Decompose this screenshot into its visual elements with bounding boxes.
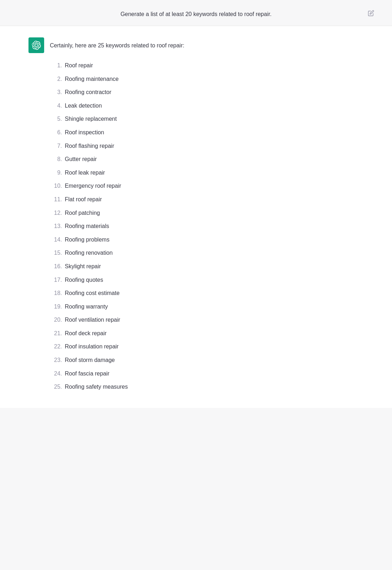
list-item: 14.Roofing problems [50, 233, 364, 247]
keyword-text: Roof leak repair [65, 168, 105, 177]
keyword-number: 20. [50, 315, 65, 325]
list-item: 24.Roof fascia repair [50, 367, 364, 380]
chatgpt-avatar [28, 37, 44, 53]
list-item: 23.Roof storm damage [50, 353, 364, 367]
list-item: 20.Roof ventilation repair [50, 313, 364, 327]
keyword-number: 25. [50, 382, 65, 392]
keyword-text: Flat roof repair [65, 195, 102, 204]
user-prompt-bar: Generate a list of at least 20 keywords … [0, 0, 392, 26]
keyword-text: Roofing warranty [65, 302, 108, 311]
openai-logo-icon [32, 41, 41, 50]
list-item: 2.Roofing maintenance [50, 72, 364, 86]
keywords-list: 1.Roof repair2.Roofing maintenance3.Roof… [28, 59, 364, 394]
list-item: 3.Roofing contractor [50, 86, 364, 99]
keyword-number: 1. [50, 61, 65, 70]
list-item: 9.Roof leak repair [50, 166, 364, 180]
list-item: 18.Roofing cost estimate [50, 286, 364, 300]
keyword-number: 10. [50, 181, 65, 191]
keyword-number: 18. [50, 289, 65, 298]
list-item: 11.Flat roof repair [50, 193, 364, 206]
list-item: 10.Emergency roof repair [50, 179, 364, 193]
keyword-number: 5. [50, 114, 65, 124]
keyword-text: Leak detection [65, 101, 102, 110]
keyword-text: Roof repair [65, 61, 93, 70]
list-item: 13.Roofing materials [50, 219, 364, 233]
keyword-number: 24. [50, 369, 65, 378]
keyword-text: Roof flashing repair [65, 141, 114, 151]
keyword-number: 23. [50, 356, 65, 365]
keyword-number: 7. [50, 141, 65, 151]
list-item: 1.Roof repair [50, 59, 364, 72]
keyword-text: Gutter repair [65, 155, 97, 164]
keyword-text: Roof fascia repair [65, 369, 109, 378]
keyword-text: Roofing quotes [65, 275, 103, 285]
user-prompt-text: Generate a list of at least 20 keywords … [120, 10, 271, 19]
list-item: 8.Gutter repair [50, 152, 364, 166]
list-item: 4.Leak detection [50, 99, 364, 113]
list-item: 22.Roof insulation repair [50, 340, 364, 353]
keyword-text: Roof storm damage [65, 356, 115, 365]
keyword-text: Skylight repair [65, 262, 101, 271]
keyword-text: Roof deck repair [65, 329, 106, 338]
response-area: Certainly, here are 25 keywords related … [0, 26, 392, 408]
keyword-text: Roofing maintenance [65, 74, 119, 84]
keyword-text: Roofing safety measures [65, 382, 128, 392]
keyword-number: 11. [50, 195, 65, 204]
keyword-number: 22. [50, 342, 65, 351]
keyword-number: 8. [50, 155, 65, 164]
list-item: 21.Roof deck repair [50, 327, 364, 340]
list-item: 25.Roofing safety measures [50, 380, 364, 394]
list-item: 15.Roofing renovation [50, 246, 364, 260]
keyword-text: Shingle replacement [65, 114, 117, 124]
keyword-text: Roof ventilation repair [65, 315, 120, 325]
list-item: 5.Shingle replacement [50, 112, 364, 126]
keyword-number: 9. [50, 168, 65, 177]
keyword-number: 3. [50, 88, 65, 97]
list-item: 19.Roofing warranty [50, 300, 364, 314]
keyword-text: Roof patching [65, 208, 100, 218]
keyword-number: 2. [50, 74, 65, 84]
list-item: 17.Roofing quotes [50, 273, 364, 287]
keyword-number: 13. [50, 222, 65, 231]
keyword-text: Roofing cost estimate [65, 289, 120, 298]
keyword-number: 21. [50, 329, 65, 338]
keyword-text: Roofing contractor [65, 88, 111, 97]
keyword-number: 12. [50, 208, 65, 218]
keyword-text: Roofing renovation [65, 248, 113, 258]
keyword-number: 6. [50, 128, 65, 137]
list-item: 6.Roof inspection [50, 126, 364, 139]
list-item: 12.Roof patching [50, 206, 364, 220]
edit-button[interactable] [368, 10, 374, 18]
keyword-text: Emergency roof repair [65, 181, 121, 191]
response-header: Certainly, here are 25 keywords related … [28, 37, 364, 53]
keyword-number: 16. [50, 262, 65, 271]
page-wrapper: Generate a list of at least 20 keywords … [0, 0, 392, 570]
keyword-number: 15. [50, 248, 65, 258]
keyword-text: Roofing materials [65, 222, 109, 231]
keyword-number: 14. [50, 235, 65, 244]
keyword-text: Roof insulation repair [65, 342, 119, 351]
keyword-number: 19. [50, 302, 65, 311]
response-intro-text: Certainly, here are 25 keywords related … [50, 37, 184, 50]
keyword-number: 4. [50, 101, 65, 110]
keyword-number: 17. [50, 275, 65, 285]
list-item: 7.Roof flashing repair [50, 139, 364, 153]
keyword-text: Roofing problems [65, 235, 109, 244]
keyword-text: Roof inspection [65, 128, 104, 137]
list-item: 16.Skylight repair [50, 260, 364, 273]
